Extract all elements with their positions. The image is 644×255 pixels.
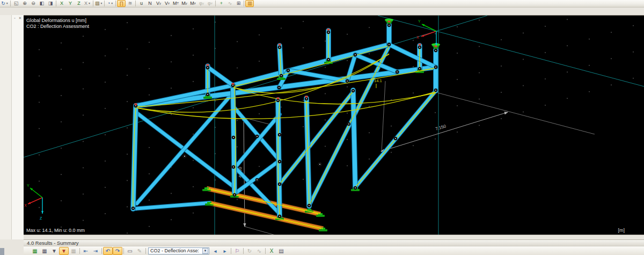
viewport-minmax-label: Max u: 14.1, Min u: 0.0 mm — [26, 228, 85, 234]
dock-close-icon[interactable]: ✕ — [18, 16, 23, 20]
legend-load-combo: CO2 : Deflection Assessment — [26, 24, 89, 29]
dock-pin-icon[interactable]: ▫ — [12, 16, 17, 20]
toolbar-separator — [145, 248, 146, 254]
results-panel-title-text: 4.0 Results - Summary — [27, 240, 79, 246]
zoom-window-icon[interactable]: ◱ — [12, 0, 20, 7]
navigator-dock-collapsed[interactable]: ▫ ✕ — [0, 15, 24, 239]
visibility-mode-icon[interactable]: ▨▼ — [94, 0, 103, 7]
panel-toggle-icon[interactable]: ▥ — [245, 0, 254, 7]
combo-dropdown-icon[interactable]: ▼ — [202, 248, 208, 254]
result-phiy-icon[interactable]: φy — [197, 0, 206, 7]
results-table-toggle-icon[interactable]: ▦ — [30, 247, 40, 255]
toolbar-separator — [265, 248, 266, 254]
goto-table-icon[interactable]: ↷ — [113, 247, 122, 255]
max-deformation-label: 14.1 — [374, 78, 382, 83]
y-axis-label: Y — [27, 184, 30, 187]
view-x-icon[interactable]: X — [57, 0, 66, 7]
x-axis-label: X — [24, 203, 27, 207]
y-axis-label: Y — [418, 19, 421, 23]
table-filter-icon[interactable]: ▼ — [59, 247, 69, 255]
filter-flag-icon[interactable]: ⚐ — [232, 247, 242, 255]
viewport-bottom-strip — [24, 235, 644, 239]
toolbar-separator — [123, 248, 124, 254]
legend-result-type: Global Deformations u [mm] — [26, 18, 86, 23]
show-results-icon[interactable]: ≋ — [126, 0, 134, 7]
window-corner-fragment — [0, 248, 4, 255]
toolbar-separator — [215, 1, 216, 6]
toolbar-separator — [101, 248, 102, 254]
model-3d-scene: 7.1504.15014.1XYXYZ — [24, 16, 644, 235]
toolbar-separator — [231, 248, 231, 254]
dock-panel — [11, 15, 24, 239]
member-nodes — [131, 24, 437, 218]
model-viewport[interactable]: 7.1504.15014.1XYXYZ Global Deformations … — [24, 15, 644, 235]
goto-model-icon[interactable]: ↶ — [103, 247, 113, 255]
dropdown-arrow-icon[interactable]: ▼ — [6, 0, 9, 7]
x-axis-label: X — [416, 35, 419, 39]
toolbar-separator — [10, 1, 11, 6]
dimension-label: 7.150 — [435, 123, 447, 132]
excel-export-icon[interactable]: X — [267, 247, 276, 255]
main-members — [133, 25, 436, 217]
view-wire-icon[interactable]: ◨ — [46, 0, 55, 7]
case-next-icon[interactable]: ▸ — [220, 247, 230, 255]
view-y-icon[interactable]: Y — [66, 0, 75, 7]
result-N-icon[interactable]: N — [145, 0, 154, 7]
toolbar-separator — [93, 1, 93, 6]
grid-axis-lines — [24, 16, 644, 235]
print-table-icon[interactable]: ▤ — [276, 247, 286, 255]
grid-dots — [39, 19, 634, 234]
table-model-sync-icon[interactable]: ▦ — [40, 247, 49, 255]
results-panel-title: 4.0 Results - Summary — [24, 239, 644, 246]
result-Vz-icon[interactable]: Vz — [163, 0, 171, 7]
chart-view-icon[interactable]: ∿ — [254, 247, 264, 255]
result-grid-icon[interactable]: ⊞ — [234, 0, 243, 7]
case-prev-icon[interactable]: ◂ — [210, 247, 220, 255]
results-panel-toolbar: ▦▦▼▼▦⇤⇥↶↷▭✎ CO2 - Deflection Asse: ▼ ◂▸⚐… — [24, 246, 644, 255]
toolbar-separator — [243, 248, 244, 254]
result-u-icon[interactable]: u — [137, 0, 145, 7]
viewport-unit-label: [m] — [618, 228, 625, 234]
toolbar-separator — [104, 1, 105, 6]
table-prev-icon[interactable]: ⇤ — [81, 247, 91, 255]
edit-cell-icon[interactable]: ✎ — [135, 247, 144, 255]
result-Vy-icon[interactable]: Vy — [154, 0, 163, 7]
table-off-icon[interactable]: ▦ — [69, 247, 78, 255]
axis-triad-view: XYZ — [24, 184, 43, 220]
result-values-icon[interactable]: + — [217, 0, 225, 7]
display-props-icon[interactable]: ◔▼ — [106, 0, 114, 7]
toolbar-separator — [79, 248, 80, 254]
result-Mz-icon[interactable]: Mz — [188, 0, 197, 7]
table-insert-icon[interactable]: ▼ — [49, 247, 59, 255]
table-next-icon[interactable]: ⇥ — [91, 247, 100, 255]
dropdown-arrow-icon[interactable]: ▼ — [111, 0, 113, 7]
recalc-icon[interactable]: ↻ — [245, 247, 254, 255]
dropdown-arrow-icon[interactable]: ▼ — [88, 0, 91, 7]
view-toolbar: ↻▼◱⊕⊖◧◨XYZX▼▨▼◔▼∏≋uNVyVzMTMyMzφyφz+∿⊞▥ — [0, 0, 644, 8]
dropdown-arrow-icon[interactable]: ▼ — [100, 0, 103, 7]
show-loads-icon[interactable]: ∏ — [117, 0, 126, 7]
view-iso-icon[interactable]: X▼ — [83, 0, 92, 7]
toolbar-separator — [135, 1, 136, 6]
rotate-view-icon[interactable]: ↻▼ — [1, 0, 9, 7]
view-z-icon[interactable]: Z — [75, 0, 83, 7]
foundation-rails — [207, 188, 323, 229]
result-My-icon[interactable]: My — [180, 0, 188, 7]
result-MT-icon[interactable]: MT — [171, 0, 180, 7]
zoom-out-icon[interactable]: ⊖ — [29, 0, 38, 7]
z-axis-label: Z — [40, 216, 42, 220]
rstab-application-window: ▯❏❐⇅ CO2 - Deflection Assessme ▼ ◂▸✎Σ⊙⚙◉… — [0, 0, 644, 255]
results-case-combo[interactable]: CO2 - Deflection Asse: ▼ — [148, 247, 209, 254]
view-solid-icon[interactable]: ◧ — [38, 0, 46, 7]
results-case-combo-value: CO2 - Deflection Asse: — [149, 248, 202, 253]
viewport-legend: Global Deformations u [mm] CO2 : Deflect… — [26, 18, 89, 30]
toolbar-separator — [115, 1, 116, 6]
toolbar-separator — [244, 1, 244, 6]
row-height-icon[interactable]: ▭ — [125, 247, 135, 255]
deformation-curves: 14.1 — [133, 32, 436, 229]
toolbar-separator — [56, 1, 56, 6]
result-animation-icon[interactable]: ∿ — [225, 0, 234, 7]
zoom-in-icon[interactable]: ⊕ — [20, 0, 29, 7]
dimension-lines: 7.1504.150 — [238, 81, 595, 235]
result-phiz-icon[interactable]: φz — [206, 0, 214, 7]
